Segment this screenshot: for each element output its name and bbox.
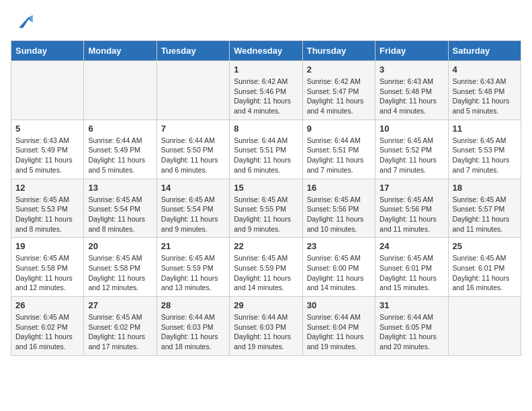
calendar-week-row: 12Sunrise: 6:45 AM Sunset: 5:53 PM Dayli… xyxy=(11,179,521,238)
calendar-cell: 16Sunrise: 6:45 AM Sunset: 5:56 PM Dayli… xyxy=(302,179,375,238)
day-content: Sunrise: 6:45 AM Sunset: 5:52 PM Dayligh… xyxy=(380,136,443,175)
calendar-cell: 28Sunrise: 6:44 AM Sunset: 6:03 PM Dayli… xyxy=(157,297,229,356)
day-number: 5 xyxy=(15,124,79,134)
day-header-thursday: Thursday xyxy=(302,41,375,61)
calendar-week-row: 26Sunrise: 6:45 AM Sunset: 6:02 PM Dayli… xyxy=(11,297,521,356)
calendar-cell: 14Sunrise: 6:45 AM Sunset: 5:54 PM Dayli… xyxy=(157,179,229,238)
calendar-cell: 20Sunrise: 6:45 AM Sunset: 5:58 PM Dayli… xyxy=(84,238,157,297)
calendar-cell: 13Sunrise: 6:45 AM Sunset: 5:54 PM Dayli… xyxy=(84,179,157,238)
day-header-monday: Monday xyxy=(84,41,157,61)
day-content: Sunrise: 6:45 AM Sunset: 6:01 PM Dayligh… xyxy=(453,253,517,293)
day-content: Sunrise: 6:42 AM Sunset: 5:47 PM Dayligh… xyxy=(307,77,371,116)
day-header-friday: Friday xyxy=(375,41,448,61)
day-number: 27 xyxy=(88,300,152,310)
day-header-saturday: Saturday xyxy=(448,41,521,61)
day-content: Sunrise: 6:45 AM Sunset: 5:58 PM Dayligh… xyxy=(15,253,79,293)
calendar-cell: 31Sunrise: 6:44 AM Sunset: 6:05 PM Dayli… xyxy=(375,297,448,356)
day-number: 11 xyxy=(453,124,517,134)
calendar-cell: 26Sunrise: 6:45 AM Sunset: 6:02 PM Dayli… xyxy=(11,297,84,356)
day-number: 13 xyxy=(88,183,152,193)
day-number: 16 xyxy=(307,183,371,193)
calendar-cell: 9Sunrise: 6:44 AM Sunset: 5:51 PM Daylig… xyxy=(302,120,375,179)
day-content: Sunrise: 6:44 AM Sunset: 5:51 PM Dayligh… xyxy=(307,136,371,175)
calendar-cell: 17Sunrise: 6:45 AM Sunset: 5:56 PM Dayli… xyxy=(375,179,448,238)
page-header xyxy=(11,11,521,32)
day-number: 12 xyxy=(15,183,79,193)
calendar-cell: 30Sunrise: 6:44 AM Sunset: 6:04 PM Dayli… xyxy=(302,297,375,356)
calendar-cell: 4Sunrise: 6:43 AM Sunset: 5:48 PM Daylig… xyxy=(448,61,521,120)
day-content: Sunrise: 6:45 AM Sunset: 5:56 PM Dayligh… xyxy=(307,195,371,234)
day-number: 15 xyxy=(234,183,298,193)
day-number: 7 xyxy=(161,124,225,134)
day-number: 31 xyxy=(380,300,443,310)
logo xyxy=(11,11,35,32)
day-number: 8 xyxy=(234,124,298,134)
day-content: Sunrise: 6:45 AM Sunset: 5:57 PM Dayligh… xyxy=(453,195,517,234)
day-content: Sunrise: 6:44 AM Sunset: 5:51 PM Dayligh… xyxy=(234,136,298,175)
day-number: 30 xyxy=(307,300,371,310)
calendar-cell: 12Sunrise: 6:45 AM Sunset: 5:53 PM Dayli… xyxy=(11,179,84,238)
calendar-cell xyxy=(11,61,84,120)
calendar-cell: 21Sunrise: 6:45 AM Sunset: 5:59 PM Dayli… xyxy=(157,238,229,297)
calendar-cell xyxy=(84,61,157,120)
day-number: 23 xyxy=(307,241,371,251)
day-content: Sunrise: 6:42 AM Sunset: 5:46 PM Dayligh… xyxy=(234,77,298,116)
calendar-cell: 24Sunrise: 6:45 AM Sunset: 6:01 PM Dayli… xyxy=(375,238,448,297)
day-number: 14 xyxy=(161,183,225,193)
day-content: Sunrise: 6:44 AM Sunset: 6:03 PM Dayligh… xyxy=(161,312,225,352)
day-content: Sunrise: 6:45 AM Sunset: 5:54 PM Dayligh… xyxy=(161,195,225,234)
day-content: Sunrise: 6:44 AM Sunset: 6:05 PM Dayligh… xyxy=(380,312,443,352)
day-number: 22 xyxy=(234,241,298,251)
day-number: 6 xyxy=(88,124,152,134)
day-header-tuesday: Tuesday xyxy=(157,41,229,61)
day-number: 25 xyxy=(453,241,517,251)
calendar-cell: 3Sunrise: 6:43 AM Sunset: 5:48 PM Daylig… xyxy=(375,61,448,120)
day-number: 18 xyxy=(453,183,517,193)
day-content: Sunrise: 6:43 AM Sunset: 5:48 PM Dayligh… xyxy=(380,77,443,116)
calendar-cell: 10Sunrise: 6:45 AM Sunset: 5:52 PM Dayli… xyxy=(375,120,448,179)
calendar-cell xyxy=(448,297,521,356)
day-number: 20 xyxy=(88,241,152,251)
day-content: Sunrise: 6:45 AM Sunset: 5:59 PM Dayligh… xyxy=(234,253,298,293)
calendar-week-row: 5Sunrise: 6:43 AM Sunset: 5:49 PM Daylig… xyxy=(11,120,521,179)
day-content: Sunrise: 6:44 AM Sunset: 5:50 PM Dayligh… xyxy=(161,136,225,175)
day-content: Sunrise: 6:45 AM Sunset: 5:59 PM Dayligh… xyxy=(161,253,225,293)
day-content: Sunrise: 6:45 AM Sunset: 6:02 PM Dayligh… xyxy=(88,312,152,352)
day-content: Sunrise: 6:45 AM Sunset: 6:00 PM Dayligh… xyxy=(307,253,371,293)
logo-icon xyxy=(13,11,35,32)
day-content: Sunrise: 6:45 AM Sunset: 5:53 PM Dayligh… xyxy=(453,136,517,175)
calendar-cell: 23Sunrise: 6:45 AM Sunset: 6:00 PM Dayli… xyxy=(302,238,375,297)
day-number: 24 xyxy=(380,241,443,251)
day-number: 21 xyxy=(161,241,225,251)
day-content: Sunrise: 6:45 AM Sunset: 5:55 PM Dayligh… xyxy=(234,195,298,234)
day-number: 2 xyxy=(307,64,371,75)
calendar-week-row: 19Sunrise: 6:45 AM Sunset: 5:58 PM Dayli… xyxy=(11,238,521,297)
day-number: 17 xyxy=(380,183,443,193)
day-content: Sunrise: 6:43 AM Sunset: 5:48 PM Dayligh… xyxy=(453,77,517,116)
calendar-cell: 7Sunrise: 6:44 AM Sunset: 5:50 PM Daylig… xyxy=(157,120,229,179)
day-number: 1 xyxy=(234,64,298,75)
day-content: Sunrise: 6:44 AM Sunset: 5:49 PM Dayligh… xyxy=(88,136,152,175)
day-content: Sunrise: 6:45 AM Sunset: 5:58 PM Dayligh… xyxy=(88,253,152,293)
calendar-cell: 5Sunrise: 6:43 AM Sunset: 5:49 PM Daylig… xyxy=(11,120,84,179)
calendar-cell xyxy=(157,61,229,120)
day-content: Sunrise: 6:45 AM Sunset: 6:01 PM Dayligh… xyxy=(380,253,443,293)
calendar-cell: 29Sunrise: 6:44 AM Sunset: 6:03 PM Dayli… xyxy=(230,297,302,356)
day-number: 28 xyxy=(161,300,225,310)
day-content: Sunrise: 6:44 AM Sunset: 6:03 PM Dayligh… xyxy=(234,312,298,352)
day-number: 26 xyxy=(15,300,79,310)
day-content: Sunrise: 6:45 AM Sunset: 5:53 PM Dayligh… xyxy=(15,195,79,234)
calendar-cell: 8Sunrise: 6:44 AM Sunset: 5:51 PM Daylig… xyxy=(230,120,302,179)
day-content: Sunrise: 6:43 AM Sunset: 5:49 PM Dayligh… xyxy=(15,136,79,175)
day-content: Sunrise: 6:45 AM Sunset: 6:02 PM Dayligh… xyxy=(15,312,79,352)
day-header-wednesday: Wednesday xyxy=(230,41,302,61)
day-content: Sunrise: 6:45 AM Sunset: 5:54 PM Dayligh… xyxy=(88,195,152,234)
day-number: 4 xyxy=(453,64,517,75)
calendar-cell: 2Sunrise: 6:42 AM Sunset: 5:47 PM Daylig… xyxy=(302,61,375,120)
day-number: 9 xyxy=(307,124,371,134)
calendar-cell: 15Sunrise: 6:45 AM Sunset: 5:55 PM Dayli… xyxy=(230,179,302,238)
calendar-cell: 11Sunrise: 6:45 AM Sunset: 5:53 PM Dayli… xyxy=(448,120,521,179)
day-content: Sunrise: 6:45 AM Sunset: 5:56 PM Dayligh… xyxy=(380,195,443,234)
calendar-cell: 25Sunrise: 6:45 AM Sunset: 6:01 PM Dayli… xyxy=(448,238,521,297)
day-number: 29 xyxy=(234,300,298,310)
